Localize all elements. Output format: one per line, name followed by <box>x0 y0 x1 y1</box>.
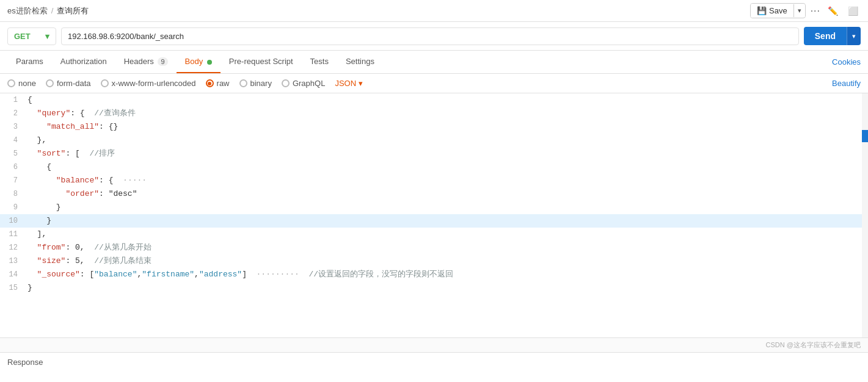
method-chevron-icon: ▾ <box>45 32 49 41</box>
body-options-bar: none form-data x-www-form-urlencoded raw… <box>0 74 868 93</box>
watermark-text: CSDN @这名字应该不会重复吧 <box>766 341 861 350</box>
top-bar-actions: 💾 Save ▾ ··· ✏️ ⬜ <box>750 3 861 18</box>
line-number: 3 <box>0 120 27 134</box>
save-button-group[interactable]: 💾 Save ▾ <box>750 3 806 18</box>
tab-pre-request[interactable]: Pre-request Script <box>221 51 302 73</box>
line-number: 15 <box>0 281 27 295</box>
radio-form-data-icon <box>46 79 54 87</box>
radio-none-icon <box>7 79 15 87</box>
method-label: GET <box>14 32 31 41</box>
line-number: 4 <box>0 134 27 147</box>
code-editor-wrapper: 1{2 "query": { //查询条件3 "match_all": {}4 … <box>0 93 868 337</box>
code-line: 9 } <box>0 201 862 214</box>
json-arrow-icon: ▾ <box>359 79 363 88</box>
line-number: 14 <box>0 268 27 281</box>
save-icon: 💾 <box>757 6 767 15</box>
line-number: 6 <box>0 160 27 174</box>
line-content: "query": { //查询条件 <box>27 107 862 120</box>
code-line: 13 "size": 5, //到第几条结束 <box>0 254 862 268</box>
body-option-raw[interactable]: raw <box>206 79 230 88</box>
code-line: 14 "_source": ["balance","firstname","ad… <box>0 268 862 281</box>
line-number: 5 <box>0 147 27 160</box>
line-content: } <box>27 201 862 214</box>
line-number: 12 <box>0 241 27 254</box>
radio-raw-icon <box>206 79 214 87</box>
line-content: "size": 5, //到第几条结束 <box>27 254 862 268</box>
code-line: 3 "match_all": {} <box>0 120 862 134</box>
more-options-button[interactable]: ··· <box>811 5 820 16</box>
tab-settings[interactable]: Settings <box>337 51 383 73</box>
line-number: 2 <box>0 107 27 120</box>
breadcrumb: es进阶检索 / 查询所有 <box>7 5 89 16</box>
method-select[interactable]: GET ▾ <box>7 27 56 45</box>
line-number: 11 <box>0 228 27 241</box>
line-content: "from": 0, //从第几条开始 <box>27 241 862 254</box>
body-option-none[interactable]: none <box>7 79 36 88</box>
scroll-markers <box>862 93 868 337</box>
json-format-select[interactable]: JSON ▾ <box>335 79 363 88</box>
save-dropdown-arrow[interactable]: ▾ <box>793 4 805 17</box>
line-number: 9 <box>0 201 27 214</box>
body-option-binary[interactable]: binary <box>239 79 272 88</box>
save-button[interactable]: 💾 Save <box>751 4 793 18</box>
tabs-bar: Params Authorization Headers 9 Body Pre-… <box>0 51 868 74</box>
code-line: 12 "from": 0, //从第几条开始 <box>0 241 862 254</box>
line-number: 8 <box>0 187 27 201</box>
scroll-marker-position <box>862 130 868 142</box>
line-content: { <box>27 160 862 174</box>
code-line: 6 { <box>0 160 862 174</box>
line-content: { <box>27 93 862 107</box>
tab-tests[interactable]: Tests <box>302 51 337 73</box>
code-editor[interactable]: 1{2 "query": { //查询条件3 "match_all": {}4 … <box>0 93 862 337</box>
line-content: } <box>27 281 862 295</box>
line-content: "order": "desc" <box>27 187 862 201</box>
top-bar: es进阶检索 / 查询所有 💾 Save ▾ ··· ✏️ ⬜ <box>0 0 868 22</box>
send-button-group: Send ▾ <box>804 27 861 45</box>
radio-urlencoded-icon <box>101 79 109 87</box>
line-content: "balance": { ····· <box>27 174 862 187</box>
line-content: ], <box>27 228 862 241</box>
line-content: "match_all": {} <box>27 120 862 134</box>
line-number: 7 <box>0 174 27 187</box>
body-option-graphql[interactable]: GraphQL <box>282 79 325 88</box>
code-line: 10 } <box>0 214 862 228</box>
tabs-list: Params Authorization Headers 9 Body Pre-… <box>7 51 383 73</box>
tab-params[interactable]: Params <box>7 51 52 73</box>
beautify-button[interactable]: Beautify <box>832 79 861 88</box>
code-line: 4 }, <box>0 134 862 147</box>
code-line: 2 "query": { //查询条件 <box>0 107 862 120</box>
body-option-form-data[interactable]: form-data <box>46 79 91 88</box>
headers-badge: 9 <box>158 57 167 66</box>
breadcrumb-separator: / <box>51 6 54 15</box>
url-bar: GET ▾ Send ▾ <box>0 22 868 51</box>
send-dropdown-arrow[interactable]: ▾ <box>847 27 861 45</box>
cookies-link[interactable]: Cookies <box>832 51 861 73</box>
body-type-options: none form-data x-www-form-urlencoded raw… <box>7 79 363 88</box>
line-content: }, <box>27 134 862 147</box>
line-number: 13 <box>0 254 27 268</box>
breadcrumb-root[interactable]: es进阶检索 <box>7 5 48 16</box>
code-line: 15} <box>0 281 862 295</box>
code-line: 8 "order": "desc" <box>0 187 862 201</box>
line-content: "sort": [ //排序 <box>27 147 862 160</box>
code-line: 11 ], <box>0 228 862 241</box>
layout-icon-button[interactable]: ⬜ <box>845 5 861 17</box>
tab-body[interactable]: Body <box>177 51 221 73</box>
send-button[interactable]: Send <box>804 27 847 45</box>
body-option-urlencoded[interactable]: x-www-form-urlencoded <box>101 79 196 88</box>
line-content: "_source": ["balance","firstname","addre… <box>27 268 862 281</box>
response-tab[interactable]: Response <box>0 352 868 372</box>
code-line: 1{ <box>0 93 862 107</box>
body-active-dot <box>207 60 212 65</box>
tab-headers[interactable]: Headers 9 <box>115 51 177 73</box>
code-line: 7 "balance": { ····· <box>0 174 862 187</box>
radio-graphql-icon <box>282 79 290 87</box>
footer-bar: CSDN @这名字应该不会重复吧 <box>0 337 868 352</box>
line-number: 1 <box>0 93 27 107</box>
code-line: 5 "sort": [ //排序 <box>0 147 862 160</box>
breadcrumb-current: 查询所有 <box>57 5 89 16</box>
edit-icon-button[interactable]: ✏️ <box>825 5 841 17</box>
url-input[interactable] <box>61 27 799 45</box>
tab-authorization[interactable]: Authorization <box>52 51 115 73</box>
radio-binary-icon <box>239 79 247 87</box>
